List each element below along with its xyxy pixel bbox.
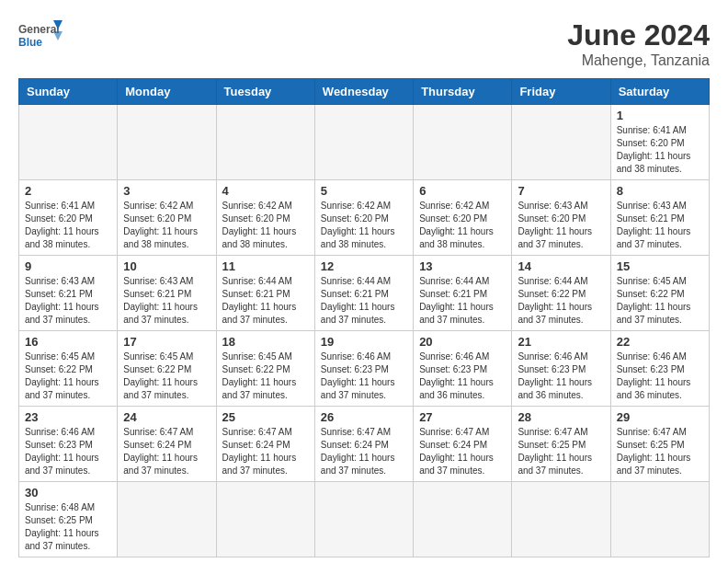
- day-10: 10 Sunrise: 6:43 AMSunset: 6:21 PMDaylig…: [118, 256, 216, 331]
- day-23: 23 Sunrise: 6:46 AMSunset: 6:23 PMDaylig…: [19, 407, 118, 482]
- day-13: 13 Sunrise: 6:44 AMSunset: 6:21 PMDaylig…: [414, 256, 512, 331]
- svg-text:General: General: [18, 23, 60, 36]
- header-monday: Monday: [118, 79, 216, 105]
- week-row-1: 1 Sunrise: 6:41 AM Sunset: 6:20 PM Dayli…: [19, 105, 710, 180]
- day-29: 29 Sunrise: 6:47 AMSunset: 6:25 PMDaylig…: [610, 407, 709, 482]
- header-wednesday: Wednesday: [314, 79, 413, 105]
- week-row-4: 16 Sunrise: 6:45 AMSunset: 6:22 PMDaylig…: [19, 331, 710, 407]
- svg-text:Blue: Blue: [18, 36, 42, 49]
- empty-cell: [19, 105, 118, 180]
- week-row-3: 9 Sunrise: 6:43 AMSunset: 6:21 PMDayligh…: [19, 256, 710, 331]
- empty-cell: [512, 482, 610, 557]
- day-18: 18 Sunrise: 6:45 AMSunset: 6:22 PMDaylig…: [216, 331, 314, 407]
- day-14: 14 Sunrise: 6:44 AMSunset: 6:22 PMDaylig…: [512, 256, 610, 331]
- header-friday: Friday: [512, 79, 610, 105]
- main-title: June 2024: [567, 18, 710, 52]
- day-4: 4 Sunrise: 6:42 AMSunset: 6:20 PMDayligh…: [216, 180, 314, 256]
- empty-cell: [216, 482, 314, 557]
- day-22: 22 Sunrise: 6:46 AMSunset: 6:23 PMDaylig…: [610, 331, 709, 407]
- day-9: 9 Sunrise: 6:43 AMSunset: 6:21 PMDayligh…: [19, 256, 118, 331]
- day-12: 12 Sunrise: 6:44 AMSunset: 6:21 PMDaylig…: [314, 256, 413, 331]
- day-6: 6 Sunrise: 6:42 AMSunset: 6:20 PMDayligh…: [414, 180, 512, 256]
- weekday-header-row: Sunday Monday Tuesday Wednesday Thursday…: [19, 79, 710, 105]
- logo: General Blue: [18, 18, 64, 60]
- header-saturday: Saturday: [610, 79, 709, 105]
- empty-cell: [610, 482, 709, 557]
- header-sunday: Sunday: [19, 79, 118, 105]
- day-21: 21 Sunrise: 6:46 AMSunset: 6:23 PMDaylig…: [512, 331, 610, 407]
- calendar-table: Sunday Monday Tuesday Wednesday Thursday…: [18, 78, 710, 557]
- day-15: 15 Sunrise: 6:45 AMSunset: 6:22 PMDaylig…: [610, 256, 709, 331]
- header: General Blue June 2024 Mahenge, Tanzania: [18, 18, 710, 69]
- empty-cell: [118, 482, 216, 557]
- subtitle: Mahenge, Tanzania: [567, 52, 710, 69]
- day-8: 8 Sunrise: 6:43 AMSunset: 6:21 PMDayligh…: [610, 180, 709, 256]
- empty-cell: [118, 105, 216, 180]
- day-25: 25 Sunrise: 6:47 AMSunset: 6:24 PMDaylig…: [216, 407, 314, 482]
- day-30: 30 Sunrise: 6:48 AMSunset: 6:25 PMDaylig…: [19, 482, 118, 557]
- empty-cell: [512, 105, 610, 180]
- empty-cell: [314, 482, 413, 557]
- day-24: 24 Sunrise: 6:47 AMSunset: 6:24 PMDaylig…: [118, 407, 216, 482]
- logo-svg: General Blue: [18, 18, 64, 60]
- empty-cell: [314, 105, 413, 180]
- day-16: 16 Sunrise: 6:45 AMSunset: 6:22 PMDaylig…: [19, 331, 118, 407]
- day-27: 27 Sunrise: 6:47 AMSunset: 6:24 PMDaylig…: [414, 407, 512, 482]
- day-17: 17 Sunrise: 6:45 AMSunset: 6:22 PMDaylig…: [118, 331, 216, 407]
- day-19: 19 Sunrise: 6:46 AMSunset: 6:23 PMDaylig…: [314, 331, 413, 407]
- title-area: June 2024 Mahenge, Tanzania: [567, 18, 710, 69]
- week-row-2: 2 Sunrise: 6:41 AMSunset: 6:20 PMDayligh…: [19, 180, 710, 256]
- day-5: 5 Sunrise: 6:42 AMSunset: 6:20 PMDayligh…: [314, 180, 413, 256]
- empty-cell: [414, 482, 512, 557]
- week-row-5: 23 Sunrise: 6:46 AMSunset: 6:23 PMDaylig…: [19, 407, 710, 482]
- svg-marker-3: [53, 31, 63, 40]
- day-7: 7 Sunrise: 6:43 AMSunset: 6:20 PMDayligh…: [512, 180, 610, 256]
- week-row-6: 30 Sunrise: 6:48 AMSunset: 6:25 PMDaylig…: [19, 482, 710, 557]
- day-11: 11 Sunrise: 6:44 AMSunset: 6:21 PMDaylig…: [216, 256, 314, 331]
- day-1: 1 Sunrise: 6:41 AM Sunset: 6:20 PM Dayli…: [610, 105, 709, 180]
- header-tuesday: Tuesday: [216, 79, 314, 105]
- day-3: 3 Sunrise: 6:42 AMSunset: 6:20 PMDayligh…: [118, 180, 216, 256]
- empty-cell: [414, 105, 512, 180]
- day-26: 26 Sunrise: 6:47 AMSunset: 6:24 PMDaylig…: [314, 407, 413, 482]
- day-28: 28 Sunrise: 6:47 AMSunset: 6:25 PMDaylig…: [512, 407, 610, 482]
- day-2: 2 Sunrise: 6:41 AMSunset: 6:20 PMDayligh…: [19, 180, 118, 256]
- header-thursday: Thursday: [414, 79, 512, 105]
- day-20: 20 Sunrise: 6:46 AMSunset: 6:23 PMDaylig…: [414, 331, 512, 407]
- empty-cell: [216, 105, 314, 180]
